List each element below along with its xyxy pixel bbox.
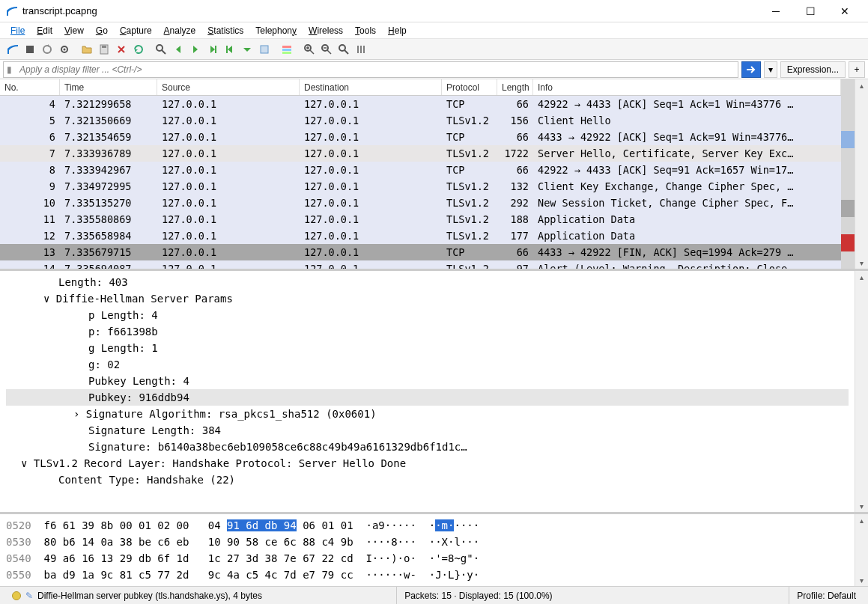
col-protocol[interactable]: Protocol xyxy=(442,79,497,95)
status-packet-counts: Packets: 15 · Displayed: 15 (100.0%) xyxy=(396,587,789,604)
filter-history-dropdown[interactable]: ▾ xyxy=(764,61,777,78)
tree-line[interactable]: › Signature Algorithm: rsa_pkcs1_sha512 … xyxy=(6,406,849,422)
svg-rect-9 xyxy=(282,46,291,48)
hex-scrollbar[interactable]: ▴ ▾ xyxy=(855,514,868,586)
packet-row[interactable]: 117.335580869127.0.0.1127.0.0.1TLSv1.218… xyxy=(0,211,841,228)
svg-point-14 xyxy=(339,45,345,51)
tree-line[interactable]: p: f661398b xyxy=(6,323,849,340)
col-no[interactable]: No. xyxy=(0,79,60,95)
hex-view[interactable]: 0520 f6 61 39 8b 00 01 02 00 04 91 6d db… xyxy=(0,514,855,586)
status-profile[interactable]: Profile: Default xyxy=(789,587,864,604)
menu-go[interactable]: Go xyxy=(90,24,114,37)
col-time[interactable]: Time xyxy=(60,79,157,95)
tree-line[interactable]: p Length: 4 xyxy=(6,307,849,323)
stop-capture-icon[interactable] xyxy=(22,41,38,58)
add-filter-button[interactable]: + xyxy=(849,61,865,78)
menu-edit[interactable]: Edit xyxy=(31,24,58,37)
tree-line[interactable]: Pubkey Length: 4 xyxy=(6,373,849,389)
window-title: transcript.pcapng xyxy=(22,5,759,16)
apply-filter-button[interactable] xyxy=(741,61,761,78)
status-field-info: Diffie-Hellman server pubkey (tls.handsh… xyxy=(37,591,262,601)
tree-line[interactable]: Signature Length: 384 xyxy=(6,422,849,439)
packet-row[interactable]: 77.333936789127.0.0.1127.0.0.1TLSv1.2172… xyxy=(0,145,841,162)
restart-capture-icon[interactable] xyxy=(39,41,55,58)
scroll-up-icon[interactable]: ▴ xyxy=(855,514,868,526)
edit-icon[interactable]: ✎ xyxy=(25,591,33,601)
display-filter-input[interactable] xyxy=(19,64,735,75)
tree-line[interactable]: Signature: b6140a38bec6eb109058ce6c88c49… xyxy=(6,439,849,455)
tree-line[interactable]: g Length: 1 xyxy=(6,340,849,356)
maximize-button[interactable]: ☐ xyxy=(793,0,828,22)
tree-line[interactable]: ∨ Diffie-Hellman Server Params xyxy=(6,290,849,307)
packet-list-scrollbar[interactable]: ▴ ▾ xyxy=(855,79,868,269)
svg-point-3 xyxy=(64,48,66,50)
scroll-down-icon[interactable]: ▾ xyxy=(855,257,868,269)
hex-row[interactable]: 0530 80 b6 14 0a 38 be c6 eb 10 90 58 ce… xyxy=(6,534,849,550)
hex-row[interactable]: 0550 ba d9 1a 9c 81 c5 77 2d 9c 4a c5 4c… xyxy=(6,567,849,583)
col-info[interactable]: Info xyxy=(533,79,841,95)
tree-line[interactable]: ∨ TLSv1.2 Record Layer: Handshake Protoc… xyxy=(6,455,849,472)
scroll-up-icon[interactable]: ▴ xyxy=(855,79,868,91)
close-file-icon[interactable] xyxy=(113,41,130,58)
go-last-icon[interactable] xyxy=(239,41,255,58)
details-scrollbar[interactable]: ▴ ▾ xyxy=(855,271,868,512)
menu-statistics[interactable]: Statistics xyxy=(201,24,249,37)
zoom-reset-icon[interactable] xyxy=(336,41,352,58)
reload-icon[interactable] xyxy=(130,41,147,58)
packet-list-header[interactable]: No. Time Source Destination Protocol Len… xyxy=(0,79,841,96)
expression-button[interactable]: Expression... xyxy=(780,61,846,78)
svg-rect-7 xyxy=(215,46,216,53)
packet-row[interactable]: 57.321350669127.0.0.1127.0.0.1TLSv1.2156… xyxy=(0,112,841,129)
tree-line[interactable]: Pubkey: 916ddb94 xyxy=(6,389,849,406)
col-length[interactable]: Length xyxy=(497,79,533,95)
menu-analyze[interactable]: Analyze xyxy=(158,24,202,37)
packet-details-tree[interactable]: Length: 403∨ Diffie-Hellman Server Param… xyxy=(0,271,855,512)
menu-file[interactable]: File xyxy=(4,24,31,37)
packet-row[interactable]: 147.335694087127.0.0.1127.0.0.1TLSv1.297… xyxy=(0,260,841,269)
display-filter-wrap[interactable]: ▮ xyxy=(3,61,738,78)
hex-row[interactable]: 0540 49 a6 16 13 29 db 6f 1d 1c 27 3d 38… xyxy=(6,550,849,567)
menu-view[interactable]: View xyxy=(58,24,90,37)
minimize-button[interactable]: ─ xyxy=(759,0,793,22)
scroll-up-icon[interactable]: ▴ xyxy=(855,271,868,283)
start-capture-icon[interactable] xyxy=(4,41,21,58)
menu-tools[interactable]: Tools xyxy=(349,24,382,37)
open-file-icon[interactable] xyxy=(79,41,95,58)
expert-info-icon[interactable] xyxy=(12,591,21,600)
auto-scroll-icon[interactable] xyxy=(256,41,273,58)
menu-telephony[interactable]: Telephony xyxy=(249,24,303,37)
go-to-packet-icon[interactable] xyxy=(204,41,221,58)
packet-row[interactable]: 97.334972995127.0.0.1127.0.0.1TLSv1.2132… xyxy=(0,178,841,195)
save-file-icon[interactable] xyxy=(96,41,112,58)
colorize-icon[interactable] xyxy=(279,41,295,58)
col-destination[interactable]: Destination xyxy=(300,79,442,95)
go-forward-icon[interactable] xyxy=(187,41,204,58)
zoom-in-icon[interactable] xyxy=(301,41,318,58)
tree-line[interactable]: Content Type: Handshake (22) xyxy=(6,472,849,488)
col-source[interactable]: Source xyxy=(157,79,300,95)
scroll-down-icon[interactable]: ▾ xyxy=(855,500,868,512)
packet-bytes-pane: 0520 f6 61 39 8b 00 01 02 00 04 91 6d db… xyxy=(0,514,868,586)
menu-help[interactable]: Help xyxy=(382,24,413,37)
packet-row[interactable]: 87.333942967127.0.0.1127.0.0.1TCP6642922… xyxy=(0,162,841,178)
hex-row[interactable]: 0520 f6 61 39 8b 00 01 02 00 04 91 6d db… xyxy=(6,517,849,534)
packet-row[interactable]: 67.321354659127.0.0.1127.0.0.1TCP664433 … xyxy=(0,129,841,145)
packet-row[interactable]: 137.335679715127.0.0.1127.0.0.1TCP664433… xyxy=(0,244,841,260)
zoom-out-icon[interactable] xyxy=(318,41,335,58)
packet-list-rows[interactable]: 47.321299658127.0.0.1127.0.0.1TCP6642922… xyxy=(0,96,841,269)
packet-row[interactable]: 107.335135270127.0.0.1127.0.0.1TLSv1.229… xyxy=(0,195,841,211)
find-icon[interactable] xyxy=(153,41,169,58)
capture-options-icon[interactable] xyxy=(56,41,73,58)
go-back-icon[interactable] xyxy=(170,41,186,58)
close-button[interactable]: ✕ xyxy=(828,0,862,22)
scroll-down-icon[interactable]: ▾ xyxy=(855,574,868,586)
packet-row[interactable]: 127.335658984127.0.0.1127.0.0.1TLSv1.217… xyxy=(0,228,841,244)
packet-row[interactable]: 47.321299658127.0.0.1127.0.0.1TCP6642922… xyxy=(0,96,841,112)
tree-line[interactable]: Length: 403 xyxy=(6,274,849,290)
bookmark-icon: ▮ xyxy=(7,64,17,75)
go-first-icon[interactable] xyxy=(222,41,238,58)
menu-wireless[interactable]: Wireless xyxy=(303,24,349,37)
menu-capture[interactable]: Capture xyxy=(114,24,158,37)
tree-line[interactable]: g: 02 xyxy=(6,356,849,373)
resize-columns-icon[interactable] xyxy=(353,41,369,58)
